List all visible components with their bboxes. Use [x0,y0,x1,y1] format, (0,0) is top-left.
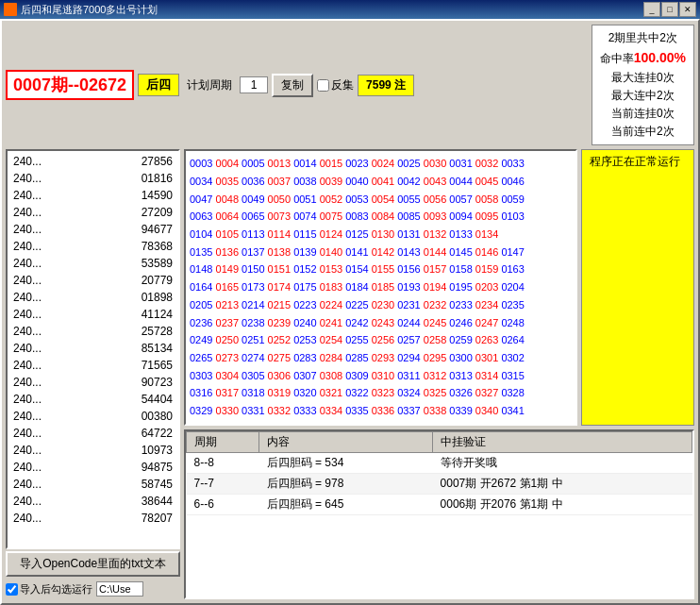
number-cell: 0153 [320,263,346,275]
number-cell: 0254 [320,334,346,345]
number-cell: 0025 [397,158,424,169]
number-row: 0164 0165 0173 0174 0175 0183 0184 0185 … [190,278,572,296]
list-item: 240...53589 [9,255,176,272]
fuji-button[interactable]: 复制 [272,74,313,97]
minimize-button[interactable]: _ [643,2,660,17]
number-row: 0265 0273 0274 0275 0283 0284 0285 0293 … [190,349,572,367]
period-input[interactable] [240,76,268,93]
path-input[interactable] [96,581,143,597]
number-cell: 0214 [242,299,268,311]
number-row: 0329 0330 0331 0332 0333 0334 0335 0336 … [190,402,572,420]
list-prefix: 240... [13,340,42,357]
col-verify: 中挂验证 [433,431,692,452]
list-prefix: 240... [13,306,42,323]
number-cell: 0163 [501,263,524,275]
number-cell: 0083 [345,210,372,222]
number-cell: 0093 [424,210,450,222]
list-box[interactable]: 240...27856240...01816240...14590240...2… [6,149,180,549]
number-cell: 0295 [424,352,450,363]
list-item: 240...54404 [9,391,176,408]
number-row: 0063 0064 0065 0073 0074 0075 0083 0084 … [190,208,572,226]
list-prefix: 240... [13,459,42,476]
number-cell: 0134 [475,228,498,240]
list-prefix: 240... [13,238,42,255]
list-suffix: 20779 [142,272,173,289]
list-prefix: 240... [13,255,42,272]
number-cell: 0340 [475,405,502,416]
main-window: 0007期--02672 后四 计划周期 复制 反集 7599 注 2期里共中2… [0,19,700,605]
number-cell: 0131 [397,228,424,240]
list-prefix: 240... [13,510,42,527]
close-button[interactable]: ✕ [679,2,696,17]
number-cell: 0048 [216,193,242,205]
number-cell: 0320 [293,387,320,398]
number-cell: 0033 [501,158,524,169]
number-cell: 0329 [190,405,216,416]
number-cell: 0037 [268,176,294,187]
number-cell: 0215 [268,299,294,311]
list-item: 240...94677 [9,221,176,238]
number-cell: 0333 [293,405,320,416]
number-cell: 0145 [449,246,475,258]
maximize-button[interactable]: □ [661,2,678,17]
list-suffix: 53589 [142,255,173,272]
bottom-checkbox[interactable] [6,583,18,596]
number-cell: 0137 [242,246,268,258]
top-bar: 0007期--02672 后四 计划周期 复制 反集 7599 注 2期里共中2… [6,25,694,145]
number-cell: 0032 [475,158,502,169]
number-cell: 0327 [475,387,502,398]
number-cell: 0174 [268,281,294,293]
period-label: 0007期--02672 [6,70,134,100]
number-row: 0104 0105 0113 0114 0115 0124 0125 0130 … [190,226,572,244]
number-row: 0148 0149 0150 0151 0152 0153 0154 0155 … [190,260,572,278]
list-prefix: 240... [13,289,42,306]
number-cell: 0004 [216,158,242,169]
number-cell: 0265 [190,352,216,363]
number-row: 0003 0004 0005 0013 0014 0015 0023 0024 … [190,155,572,173]
number-cell: 0013 [268,158,294,169]
history-row: 8--8 后四胆码 = 534 等待开奖哦 [187,452,692,473]
number-cell: 0130 [372,228,398,240]
number-cell: 0057 [449,193,475,205]
number-cell: 0293 [372,352,398,363]
number-cell: 0065 [242,210,268,222]
list-prefix: 240... [13,357,42,374]
number-row: 0135 0136 0137 0138 0139 0140 0141 0142 … [190,244,572,261]
fnji-checkbox[interactable] [317,79,329,92]
import-button[interactable]: 导入OpenCode里面的txt文本 [6,551,180,577]
number-cell: 0095 [475,210,502,222]
number-cell: 0300 [449,352,475,363]
number-cell: 0323 [372,387,398,398]
number-cell: 0164 [190,281,216,293]
number-cell: 0075 [320,210,346,222]
number-row: 0034 0035 0036 0037 0038 0039 0040 0041 … [190,173,572,191]
list-prefix: 240... [13,408,42,425]
number-cell: 0049 [242,193,268,205]
number-cell: 0143 [397,246,424,258]
number-cell: 0337 [397,405,424,416]
stats-rate-label: 命中率 [600,52,634,65]
number-cell: 0246 [449,317,475,328]
history-row: 7--7 后四胆码 = 978 0007期 开2672 第1期 中 [187,473,692,494]
list-item: 240...00380 [9,408,176,425]
number-cell: 0064 [216,210,242,222]
history-content: 后四胆码 = 534 [259,452,433,473]
number-cell: 0275 [268,352,294,363]
jihua-label: 计划周期 [183,76,236,95]
number-cell: 0317 [216,387,242,398]
list-prefix: 240... [13,170,42,187]
stats-line2: 命中率100.00% [600,47,686,68]
number-cell: 0213 [216,299,242,311]
number-cell: 0263 [475,334,502,345]
number-cell: 0041 [372,176,398,187]
col-content: 内容 [259,431,433,452]
stats-line3: 最大连挂0次 [600,69,686,87]
count-button[interactable]: 7599 注 [358,75,414,96]
list-item: 240...58745 [9,476,176,493]
list-suffix: 64722 [142,425,173,442]
list-suffix: 58745 [142,476,173,493]
number-cell: 0084 [372,210,398,222]
houqi-button[interactable]: 后四 [138,74,179,96]
number-cell: 0232 [424,299,450,311]
bottom-bar: 导入后勾选运行 [6,579,180,599]
